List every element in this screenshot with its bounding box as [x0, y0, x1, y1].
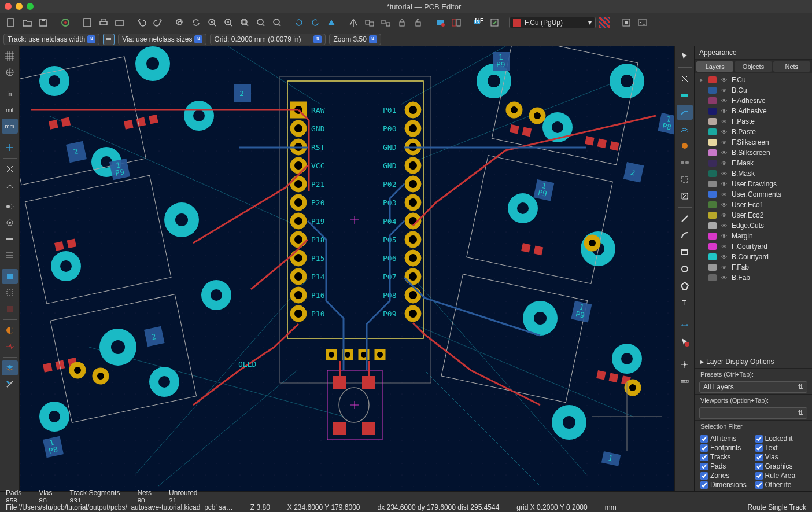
- units-mm-button[interactable]: mm: [2, 119, 18, 134]
- footprint-editor-button[interactable]: [433, 15, 448, 30]
- update-from-schematic-button[interactable]: NET: [471, 15, 486, 30]
- layer-row-B.Fab[interactable]: 👁B.Fab: [695, 272, 812, 283]
- zoom-out-button[interactable]: [221, 15, 236, 30]
- board-setup-button[interactable]: [58, 15, 73, 30]
- layer-row-F.Cu[interactable]: ▸👁F.Cu: [695, 75, 812, 85]
- print-button[interactable]: [96, 15, 111, 30]
- delete-tool[interactable]: [677, 334, 693, 349]
- track-width-selector[interactable]: Track: use netclass width ⇅: [3, 34, 99, 45]
- polar-coords-button[interactable]: [2, 65, 18, 80]
- presets-selector[interactable]: All Layers⇅: [699, 381, 807, 393]
- zone-hidden-button[interactable]: [2, 301, 18, 316]
- set-origin-tool[interactable]: [677, 357, 693, 372]
- layer-display-options[interactable]: ▸Layer Display Options: [695, 355, 812, 368]
- place-footprint-tool[interactable]: [677, 88, 693, 103]
- place-text-tool[interactable]: T: [677, 295, 693, 310]
- pad-fill-button[interactable]: [2, 199, 18, 214]
- layer-row-B.Courtyard[interactable]: 👁B.Courtyard: [695, 252, 812, 262]
- find-button[interactable]: A: [172, 15, 187, 30]
- close-window-button[interactable]: [5, 3, 12, 10]
- layer-row-F.Paste[interactable]: 👁F.Paste: [695, 116, 812, 127]
- undo-button[interactable]: [134, 15, 149, 30]
- via-fill-button[interactable]: [2, 215, 18, 230]
- select-tool[interactable]: [677, 49, 693, 64]
- highlight-net-tool[interactable]: [677, 71, 693, 86]
- layer-row-B.Paste[interactable]: 👁B.Paste: [695, 127, 812, 137]
- zoom-window-button[interactable]: [27, 3, 34, 10]
- net-highlight-button[interactable]: [2, 339, 18, 354]
- layer-pair-button[interactable]: [597, 15, 612, 30]
- filter-other-ite[interactable]: Other ite: [755, 481, 807, 489]
- draw-rect-tool[interactable]: [677, 245, 693, 260]
- page-settings-button[interactable]: [80, 15, 95, 30]
- layer-row-F.Courtyard[interactable]: 👁F.Courtyard: [695, 241, 812, 252]
- rotate-cw-button[interactable]: [308, 15, 323, 30]
- track-fill-button[interactable]: [2, 231, 18, 246]
- tune-length-tool[interactable]: [677, 138, 693, 153]
- layer-row-Margin[interactable]: 👁Margin: [695, 231, 812, 241]
- units-mils-button[interactable]: mil: [2, 102, 18, 117]
- new-file-button[interactable]: [3, 15, 19, 30]
- layer-row-User.Drawings[interactable]: 👁User.Drawings: [695, 179, 812, 189]
- zoom-selection-button[interactable]: [253, 15, 268, 30]
- layer-row-F.Mask[interactable]: 👁F.Mask: [695, 158, 812, 168]
- filter-locked-it[interactable]: Locked it: [755, 434, 807, 443]
- filter-dimensions[interactable]: Dimensions: [700, 481, 752, 489]
- grid-selector[interactable]: Grid: 0.2000 mm (0.0079 in) ⇅: [210, 34, 326, 45]
- ratsnest-toggle-button[interactable]: [2, 161, 18, 176]
- unlock-button[interactable]: [411, 15, 426, 30]
- ratsnest-curved-button[interactable]: [2, 178, 18, 193]
- units-inches-button[interactable]: in: [2, 86, 18, 101]
- graphic-fill-button[interactable]: [2, 248, 18, 263]
- redo-button[interactable]: [150, 15, 165, 30]
- rotate-ccw-button[interactable]: [291, 15, 307, 30]
- measure-tool[interactable]: [677, 374, 693, 389]
- place-via-tool[interactable]: [677, 155, 693, 170]
- ungroup-button[interactable]: [378, 15, 393, 30]
- grid-toggle-button[interactable]: [2, 49, 18, 64]
- tab-objects[interactable]: Objects: [735, 61, 772, 72]
- plot-button[interactable]: [112, 15, 127, 30]
- layer-row-Edge.Cuts[interactable]: 👁Edge.Cuts: [695, 220, 812, 231]
- draw-polygon-tool[interactable]: [677, 278, 693, 293]
- layer-row-User.Eco1[interactable]: 👁User.Eco1: [695, 200, 812, 210]
- save-button[interactable]: [36, 15, 51, 30]
- tab-nets[interactable]: Nets: [773, 61, 810, 72]
- layer-row-B.Mask[interactable]: 👁B.Mask: [695, 168, 812, 179]
- layers-manager-button[interactable]: [2, 360, 18, 375]
- layer-row-User.Comments[interactable]: 👁User.Comments: [695, 189, 812, 200]
- zone-fill-button[interactable]: [2, 269, 18, 284]
- drc-button[interactable]: [487, 15, 502, 30]
- preferences-button[interactable]: [2, 377, 18, 392]
- route-diff-pair-tool[interactable]: [677, 121, 693, 137]
- layer-selector[interactable]: F.Cu (PgUp) ▾: [509, 17, 596, 28]
- place-rule-area-tool[interactable]: [677, 189, 693, 204]
- dimension-tool[interactable]: [677, 318, 693, 333]
- refresh-button[interactable]: [189, 15, 204, 30]
- mirror-button[interactable]: [346, 15, 361, 30]
- filter-rule-area[interactable]: Rule Area: [755, 472, 807, 480]
- draw-circle-tool[interactable]: [677, 261, 693, 277]
- contrast-button[interactable]: [2, 323, 18, 338]
- cursor-shape-button[interactable]: [2, 140, 18, 155]
- lock-button[interactable]: [394, 15, 409, 30]
- auto-track-width-button[interactable]: [103, 34, 115, 45]
- tab-layers[interactable]: Layers: [696, 61, 733, 72]
- pcb-canvas[interactable]: RAWGNDRSTVCCP21P20P19P18P15P14P16P10 P01…: [20, 46, 674, 491]
- route-track-tool[interactable]: [677, 105, 693, 120]
- filter-vias[interactable]: Vias: [755, 453, 807, 461]
- filter-tracks[interactable]: Tracks: [700, 453, 752, 461]
- minimize-window-button[interactable]: [16, 3, 23, 10]
- plugin-button[interactable]: [619, 15, 634, 30]
- flip-button[interactable]: [324, 15, 339, 30]
- viewports-selector[interactable]: ⇅: [699, 407, 807, 419]
- layer-row-B.Silkscreen[interactable]: 👁B.Silkscreen: [695, 148, 812, 158]
- open-file-button[interactable]: [20, 15, 35, 30]
- via-size-selector[interactable]: Via: use netclass sizes ⇅: [118, 34, 206, 45]
- zoom-fit-button[interactable]: [237, 15, 252, 30]
- layer-row-User.Eco2[interactable]: 👁User.Eco2: [695, 210, 812, 220]
- draw-arc-tool[interactable]: [677, 228, 693, 243]
- layer-row-F.Fab[interactable]: 👁F.Fab: [695, 262, 812, 272]
- scripting-console-button[interactable]: [635, 15, 650, 30]
- place-zone-tool[interactable]: [677, 172, 693, 187]
